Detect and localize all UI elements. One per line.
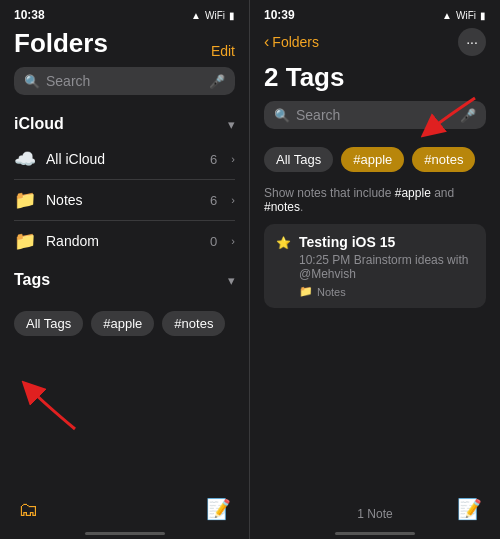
right-search-bar[interactable]: 🔍 Search 🎤 (264, 101, 486, 129)
left-search-placeholder: Search (46, 73, 203, 89)
right-signal-icon: ▲ (442, 10, 452, 21)
right-panel-title: 2 Tags (264, 62, 344, 93)
right-panel-header: 2 Tags (250, 60, 500, 101)
signal-icon: ▲ (191, 10, 201, 21)
wifi-icon: WiFi (205, 10, 225, 21)
tag-all-tags[interactable]: All Tags (14, 311, 83, 336)
note-card-folder: 📁 Notes (299, 285, 474, 298)
tags-section: All Tags #apple #notes (0, 295, 249, 344)
back-label: Folders (272, 34, 319, 50)
note-folder-name: Notes (317, 286, 346, 298)
note-card-meta: 10:25 PM Brainstorm ideas with @Mehvish (299, 253, 474, 281)
right-tag-all[interactable]: All Tags (264, 147, 333, 172)
random-folder-icon: 📁 (14, 230, 36, 252)
left-status-icons: ▲ WiFi ▮ (191, 10, 235, 21)
folder-item-allicloud[interactable]: ☁️ All iCloud 6 › (14, 139, 235, 180)
left-panel: 10:38 ▲ WiFi ▮ Folders Edit 🔍 Search 🎤 i… (0, 0, 250, 539)
right-status-bar: 10:39 ▲ WiFi ▮ (250, 0, 500, 26)
right-mic-icon[interactable]: 🎤 (460, 108, 476, 123)
back-button[interactable]: ‹ Folders (264, 33, 319, 51)
right-tags-row: All Tags #apple #notes (264, 147, 486, 172)
right-search-placeholder: Search (296, 107, 454, 123)
allicloud-folder-icon: ☁️ (14, 148, 36, 170)
filter-apple-tag: #apple (395, 186, 431, 200)
tag-apple[interactable]: #apple (91, 311, 154, 336)
notes-folder-name: Notes (46, 192, 200, 208)
right-tag-notes[interactable]: #notes (412, 147, 475, 172)
home-indicator-left (85, 532, 165, 535)
right-nav-bar: ‹ Folders ··· (250, 26, 500, 60)
left-search-bar[interactable]: 🔍 Search 🎤 (14, 67, 235, 95)
right-panel: 10:39 ▲ WiFi ▮ ‹ Folders ··· 2 Tags 🔍 Se… (250, 0, 500, 539)
icloud-chevron-icon: ▾ (228, 117, 235, 132)
notes-folder-count: 6 (210, 193, 217, 208)
edit-button[interactable]: Edit (211, 43, 235, 59)
allicloud-folder-count: 6 (210, 152, 217, 167)
right-battery-icon: ▮ (480, 10, 486, 21)
left-bottom-toolbar: 🗂 📝 (0, 497, 249, 521)
icloud-folder-list: ☁️ All iCloud 6 › 📁 Notes 6 › 📁 Random 0… (0, 139, 249, 261)
note-folder-icon: 📁 (299, 285, 313, 298)
left-search-icon: 🔍 (24, 74, 40, 89)
left-panel-title: Folders (14, 28, 108, 59)
red-arrow-annotation-left (10, 374, 80, 434)
left-compose-icon[interactable]: 📝 (206, 497, 231, 521)
home-indicator-right (335, 532, 415, 535)
note-card-content: Testing iOS 15 10:25 PM Brainstorm ideas… (299, 234, 474, 298)
random-chevron: › (231, 235, 235, 247)
note-card-title: Testing iOS 15 (299, 234, 474, 250)
right-wifi-icon: WiFi (456, 10, 476, 21)
allicloud-chevron: › (231, 153, 235, 165)
note-card[interactable]: ⭐ Testing iOS 15 10:25 PM Brainstorm ide… (264, 224, 486, 308)
left-mic-icon[interactable]: 🎤 (209, 74, 225, 89)
notes-chevron: › (231, 194, 235, 206)
right-status-icons: ▲ WiFi ▮ (442, 10, 486, 21)
tags-section-title: Tags (14, 271, 50, 289)
note-count: 1 Note (357, 507, 392, 521)
filter-description: Show notes that include #apple and #note… (250, 180, 500, 224)
random-folder-count: 0 (210, 234, 217, 249)
left-status-bar: 10:38 ▲ WiFi ▮ (0, 0, 249, 26)
new-folder-icon[interactable]: 🗂 (18, 498, 38, 521)
note-time: 10:25 PM (299, 253, 350, 267)
right-tag-apple[interactable]: #apple (341, 147, 404, 172)
battery-icon: ▮ (229, 10, 235, 21)
right-compose-icon: 📝 (457, 498, 482, 520)
left-panel-header: Folders Edit (0, 26, 249, 67)
tags-section-header[interactable]: Tags ▾ (0, 261, 249, 295)
right-tags-section: All Tags #apple #notes (250, 139, 500, 180)
tags-chevron-icon: ▾ (228, 273, 235, 288)
filter-notes-tag: #notes (264, 200, 300, 214)
folder-item-random[interactable]: 📁 Random 0 › (14, 221, 235, 261)
icloud-section-title: iCloud (14, 115, 64, 133)
tags-row: All Tags #apple #notes (14, 311, 235, 336)
options-icon[interactable]: ··· (458, 28, 486, 56)
back-chevron-icon: ‹ (264, 33, 269, 51)
note-star-icon: ⭐ (276, 236, 291, 250)
icloud-section-header[interactable]: iCloud ▾ (0, 105, 249, 139)
notes-folder-icon: 📁 (14, 189, 36, 211)
left-status-time: 10:38 (14, 8, 45, 22)
right-compose-button[interactable]: 📝 (457, 497, 482, 521)
allicloud-folder-name: All iCloud (46, 151, 200, 167)
right-search-icon: 🔍 (274, 108, 290, 123)
folder-item-notes[interactable]: 📁 Notes 6 › (14, 180, 235, 221)
tag-notes[interactable]: #notes (162, 311, 225, 336)
right-status-time: 10:39 (264, 8, 295, 22)
random-folder-name: Random (46, 233, 200, 249)
